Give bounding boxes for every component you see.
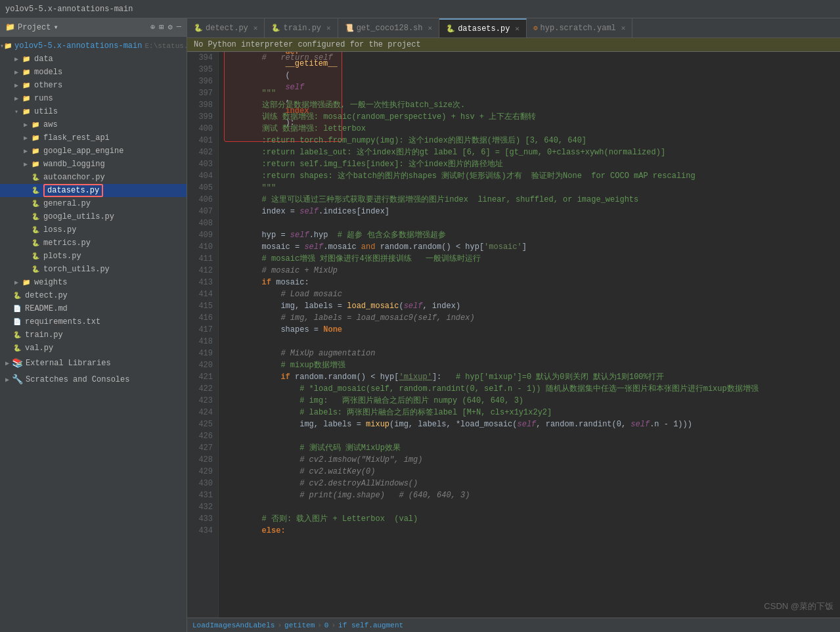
google-app-label: google_app_engine bbox=[43, 147, 123, 156]
tab-train[interactable]: 🐍 train.py ✕ bbox=[265, 18, 338, 38]
val-label: val.py bbox=[25, 344, 53, 353]
main-layout: 📁 Project ▾ ⊕ ⊞ ⚙ — ▾ 📁 yolov5-5.x-annot… bbox=[0, 18, 840, 632]
tree-readme[interactable]: 📄 README.md bbox=[0, 302, 187, 315]
tree-torch-utils[interactable]: 🐍 torch_utils.py bbox=[0, 263, 187, 276]
tab-train-close[interactable]: ✕ bbox=[326, 24, 331, 32]
tree-wandb[interactable]: ▶ 📁 wandb_logging bbox=[0, 158, 187, 171]
root-label: yolov5-5.x-annotations-main bbox=[14, 41, 142, 51]
tree-google-app[interactable]: ▶ 📁 google_app_engine bbox=[0, 145, 187, 158]
metrics-icon: 🐍 bbox=[30, 238, 41, 248]
tab-detect-close[interactable]: ✕ bbox=[254, 24, 258, 32]
tab-hyp-close[interactable]: ✕ bbox=[621, 24, 626, 32]
ln-419: 419 bbox=[192, 348, 213, 359]
tab-detect[interactable]: 🐍 detect.py ✕ bbox=[187, 18, 265, 38]
code-content[interactable]: # return self def __getitem__ ( self , i… bbox=[219, 52, 840, 618]
ln-431: 431 bbox=[192, 489, 213, 501]
ln-394: 394 bbox=[192, 52, 213, 64]
breadcrumb-4[interactable]: if self.augment bbox=[338, 621, 403, 629]
sidebar-header: 📁 Project ▾ ⊕ ⊞ ⚙ — bbox=[0, 18, 187, 37]
tree-requirements[interactable]: 📄 requirements.txt bbox=[0, 315, 187, 328]
tree-metrics[interactable]: 🐍 metrics.py bbox=[0, 237, 187, 250]
code-line-398: 这部分是数据增强函数, 一般一次性执行batch_size次. bbox=[224, 99, 835, 111]
others-icon: 📁 bbox=[21, 80, 32, 91]
ln-411: 411 bbox=[192, 253, 213, 265]
ln-413: 413 bbox=[192, 277, 213, 288]
tree-detect[interactable]: 🐍 detect.py bbox=[0, 289, 187, 302]
aws-icon: 📁 bbox=[30, 120, 41, 130]
loss-label: loss.py bbox=[43, 225, 76, 235]
ln-405: 405 bbox=[192, 182, 213, 194]
tab-datasets-close[interactable]: ✕ bbox=[515, 24, 519, 33]
ln-397: 397 bbox=[192, 87, 213, 99]
readme-label: README.md bbox=[25, 304, 68, 313]
tab-hyp[interactable]: ⚙ hyp.scratch.yaml ✕ bbox=[527, 18, 632, 38]
weights-icon: 📁 bbox=[21, 277, 32, 288]
tree-data[interactable]: ▶ 📁 data bbox=[0, 53, 187, 66]
ln-430: 430 bbox=[192, 478, 213, 489]
code-editor[interactable]: 394 395 396 397 398 399 400 401 402 403 … bbox=[187, 52, 840, 618]
ln-425: 425 bbox=[192, 418, 213, 430]
tree-weights[interactable]: ▶ 📁 weights bbox=[0, 276, 187, 289]
tree-aws[interactable]: ▶ 📁 aws bbox=[0, 118, 187, 131]
google-app-icon: 📁 bbox=[30, 146, 41, 156]
data-label: data bbox=[34, 55, 53, 64]
tree-utils[interactable]: ▾ 📁 utils bbox=[0, 105, 187, 118]
requirements-icon: 📄 bbox=[12, 317, 22, 327]
code-line-418 bbox=[224, 336, 835, 348]
wandb-icon: 📁 bbox=[30, 159, 41, 169]
detect-label: detect.py bbox=[25, 291, 68, 300]
code-line-434: else: bbox=[224, 525, 835, 537]
tab-get-coco-icon: 📜 bbox=[345, 24, 354, 32]
utils-label: utils bbox=[34, 107, 58, 116]
tree-val[interactable]: 🐍 val.py bbox=[0, 342, 187, 355]
ln-421: 421 bbox=[192, 371, 213, 383]
settings-icon[interactable]: ⚙ bbox=[168, 22, 173, 32]
tree-datasets[interactable]: 🐍 datasets.py bbox=[0, 184, 187, 197]
tree-google-utils[interactable]: 🐍 google_utils.py bbox=[0, 210, 187, 223]
tree-train[interactable]: 🐍 train.py bbox=[0, 328, 187, 342]
ln-422: 422 bbox=[192, 383, 213, 395]
runs-label: runs bbox=[34, 94, 53, 103]
tree-flask[interactable]: ▶ 📁 flask_rest_api bbox=[0, 131, 187, 145]
detect-icon: 🐍 bbox=[12, 290, 22, 301]
expand-icon[interactable]: ⊞ bbox=[159, 22, 164, 32]
ln-426: 426 bbox=[192, 430, 213, 442]
tab-get-coco[interactable]: 📜 get_coco128.sh ✕ bbox=[338, 18, 439, 38]
tab-datasets[interactable]: 🐍 datasets.py ✕ bbox=[439, 18, 527, 38]
code-line-416: # img, labels = load_mosaic9(self, index… bbox=[224, 312, 835, 324]
ln-406: 406 bbox=[192, 194, 213, 206]
tree-runs[interactable]: ▶ 📁 runs bbox=[0, 92, 187, 105]
breadcrumb-sep-2: › bbox=[317, 621, 322, 629]
ln-424: 424 bbox=[192, 407, 213, 418]
sync-icon[interactable]: ⊕ bbox=[150, 22, 155, 32]
tree-loss[interactable]: 🐍 loss.py bbox=[0, 223, 187, 237]
runs-icon: 📁 bbox=[21, 93, 32, 104]
autoanchor-label: autoanchor.py bbox=[43, 173, 105, 182]
editor-area: 🐍 detect.py ✕ 🐍 train.py ✕ 📜 get_coco128… bbox=[187, 18, 840, 632]
breadcrumb-1[interactable]: LoadImagesAndLabels bbox=[192, 621, 275, 629]
wandb-label: wandb_logging bbox=[43, 160, 105, 169]
code-line-405: """ bbox=[224, 182, 835, 194]
tree-plots[interactable]: 🐍 plots.py bbox=[0, 250, 187, 263]
sidebar-project-label: Project bbox=[18, 23, 51, 32]
tab-get-coco-close[interactable]: ✕ bbox=[428, 24, 433, 32]
external-libraries[interactable]: ▶ 📚 External Libraries bbox=[0, 355, 187, 371]
google-utils-label: google_utils.py bbox=[43, 212, 114, 221]
breadcrumb-2[interactable]: getitem bbox=[284, 621, 315, 629]
scratches-consoles[interactable]: ▶ 🔧 Scratches and Consoles bbox=[0, 371, 187, 388]
tree-autoanchor[interactable]: 🐍 autoanchor.py bbox=[0, 171, 187, 184]
project-folder-icon: 📁 bbox=[5, 22, 15, 32]
code-line-404: :return shapes: 这个batch的图片的shapes 测试时(矩形… bbox=[224, 170, 835, 182]
weights-label: weights bbox=[34, 278, 67, 287]
tree-root[interactable]: ▾ 📁 yolov5-5.x-annotations-main E:\statu… bbox=[0, 39, 187, 53]
breadcrumb-3[interactable]: 0 bbox=[324, 621, 329, 629]
code-line-423: # img: 两张图片融合之后的图片 numpy (640, 640, 3) bbox=[224, 395, 835, 407]
weights-arrow: ▶ bbox=[12, 279, 21, 286]
tree-models[interactable]: ▶ 📁 models bbox=[0, 66, 187, 79]
minimize-icon[interactable]: — bbox=[177, 22, 181, 32]
code-line-431: # print(img.shape) # (640, 640, 3) bbox=[224, 489, 835, 501]
ln-398: 398 bbox=[192, 99, 213, 111]
sidebar-dropdown-icon[interactable]: ▾ bbox=[53, 22, 58, 32]
tree-general[interactable]: 🐍 general.py bbox=[0, 197, 187, 210]
tree-others[interactable]: ▶ 📁 others bbox=[0, 79, 187, 92]
